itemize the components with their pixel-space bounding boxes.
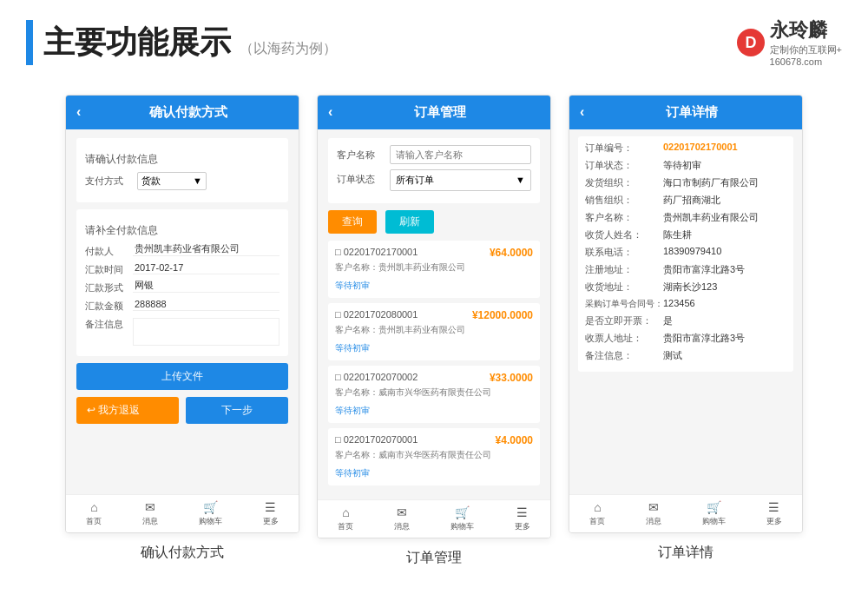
panel-payment: ‹ 确认付款方式 请确认付款信息 支付方式 货款 ▼ [65, 95, 299, 567]
payment-method-row: 支付方式 货款 ▼ [85, 172, 279, 190]
order-link-0[interactable]: 等待初审 [335, 281, 370, 290]
back-arrow-icon-3[interactable]: ‹ [580, 104, 584, 120]
payment-method-select[interactable]: 货款 ▼ [137, 172, 207, 190]
order-price-1: ¥12000.0000 [472, 309, 533, 321]
method-label: 汇款形式 [85, 280, 133, 294]
detail-row-0: 订单编号： 02201702170001 [585, 142, 786, 155]
panel2-header: ‹ 订单管理 [318, 96, 550, 129]
panels-container: ‹ 确认付款方式 请确认付款信息 支付方式 货款 ▼ [26, 95, 842, 567]
cart-icon: 🛒 [203, 500, 218, 514]
order-id-3: □ 02201702070001 [335, 434, 418, 446]
detail-value-11: 贵阳市富淳北路3号 [663, 332, 786, 345]
order-company-3: 客户名称：威南市兴华医药有限责任公司 [335, 449, 533, 461]
nav-home-1[interactable]: ⌂ 首页 [86, 500, 102, 527]
remark-textarea[interactable] [133, 318, 279, 346]
detail-row-6: 联系电话： 18390979410 [585, 246, 786, 259]
panel1-caption: 确认付款方式 [65, 544, 299, 562]
payment-full-card: 请补全付款信息 付款人 汇款时间 汇款形式 [76, 209, 288, 356]
message-icon: ✉ [145, 500, 155, 514]
action-buttons-row: 查询 刷新 [328, 210, 540, 234]
detail-label-3: 销售组织： [585, 194, 663, 207]
nav-cart-2[interactable]: 🛒 购物车 [450, 505, 474, 532]
field1-label: 支付方式 [85, 175, 137, 188]
back-button[interactable]: ↩ 我方退返 [76, 397, 179, 424]
back-arrow-icon[interactable]: ‹ [76, 104, 81, 120]
phone-panel-detail: ‹ 订单详情 订单编号： 02201702170001 订单状态： 等待初审 [569, 95, 803, 533]
nav-cart-1[interactable]: 🛒 购物车 [199, 500, 222, 527]
detail-value-12: 测试 [663, 349, 786, 362]
nav-msg-label: 消息 [142, 516, 158, 527]
nav-msg-label-2: 消息 [394, 521, 410, 532]
detail-label-8: 收货地址： [585, 281, 663, 294]
remark-label: 备注信息 [85, 316, 133, 331]
back-arrow-icon-2[interactable]: ‹ [328, 104, 332, 120]
status-dropdown-icon: ▼ [516, 175, 525, 185]
order-price-2: ¥33.0000 [490, 372, 533, 384]
logo-sub2: 160678.com [770, 56, 842, 68]
phone-panel-orders: ‹ 订单管理 客户名称 订单状态 所有订单 ▼ [317, 95, 551, 538]
next-button[interactable]: 下一步 [186, 397, 288, 424]
order-id-1: □ 02201702080001 [335, 309, 418, 321]
nav-more-label: 更多 [263, 516, 279, 527]
nav-cart-3[interactable]: 🛒 购物车 [702, 500, 726, 527]
home-icon: ⌂ [90, 500, 97, 514]
time-input[interactable] [133, 261, 279, 274]
detail-row-11: 收票人地址： 贵阳市富淳北路3号 [585, 332, 786, 345]
nav-more-3[interactable]: ☰ 更多 [766, 500, 782, 527]
logo-text-group: 永玲麟 定制你的互联网+ 160678.com [770, 17, 842, 69]
detail-value-3: 药厂招商湖北 [663, 194, 786, 207]
message-icon-3: ✉ [648, 500, 659, 514]
order-link-3[interactable]: 等待初审 [335, 468, 370, 478]
panel3-title: 订单详情 [591, 104, 792, 121]
section2-label: 请补全付款信息 [85, 223, 279, 238]
detail-row-3: 销售组织： 药厂招商湖北 [585, 194, 786, 207]
detail-value-0: 02201702170001 [663, 142, 786, 152]
order-link-2[interactable]: 等待初审 [335, 406, 370, 415]
nav-cart-label: 购物车 [199, 516, 222, 527]
phone-panel-payment: ‹ 确认付款方式 请确认付款信息 支付方式 货款 ▼ [65, 95, 299, 533]
order-top-2: □ 02201702070002 ¥33.0000 [335, 372, 533, 384]
detail-label-4: 客户名称： [585, 211, 663, 224]
more-icon: ☰ [265, 500, 276, 514]
nav-more-1[interactable]: ☰ 更多 [263, 500, 279, 527]
order-id-0: □ 02201702170001 [335, 247, 418, 259]
panel1-title: 确认付款方式 [88, 104, 288, 121]
nav-home-3[interactable]: ⌂ 首页 [589, 500, 605, 527]
customer-input[interactable] [390, 145, 531, 164]
method-input[interactable] [133, 280, 279, 293]
detail-value-5: 陈生耕 [663, 228, 786, 241]
order-top-1: □ 02201702080001 ¥12000.0000 [335, 309, 533, 321]
customer-label: 客户名称 [337, 145, 385, 164]
orders-search-card: 客户名称 订单状态 所有订单 ▼ [328, 138, 540, 203]
payer-input[interactable] [133, 243, 279, 256]
detail-value-10: 是 [663, 314, 786, 327]
logo-area: D 永玲麟 定制你的互联网+ 160678.com [735, 17, 842, 69]
order-company-0: 客户名称：贵州凯丰药业有限公司 [335, 261, 533, 274]
detail-label-7: 注册地址： [585, 263, 663, 276]
page-subtitle: （以海药为例） [240, 41, 337, 56]
amount-label: 汇款金额 [85, 298, 133, 313]
status-select[interactable]: 所有订单 ▼ [390, 169, 531, 191]
nav-msg-1[interactable]: ✉ 消息 [142, 500, 158, 527]
refresh-button[interactable]: 刷新 [385, 210, 434, 234]
amount-input[interactable] [133, 298, 279, 311]
upload-button[interactable]: 上传文件 [76, 363, 288, 390]
home-icon-3: ⌂ [594, 500, 601, 514]
nav-msg-3[interactable]: ✉ 消息 [646, 500, 661, 527]
nav-home-label: 首页 [86, 516, 102, 527]
order-link-1[interactable]: 等待初审 [335, 343, 370, 353]
order-price-0: ¥64.0000 [490, 247, 533, 259]
nav-more-2[interactable]: ☰ 更多 [515, 505, 530, 532]
panel1-body: 请确认付款信息 支付方式 货款 ▼ 请补全付款信息 付款人 [66, 129, 299, 494]
status-row: 订单状态 所有订单 ▼ [337, 169, 531, 191]
order-card-2: □ 02201702070002 ¥33.0000 客户名称：威南市兴华医药有限… [328, 366, 540, 423]
detail-label-1: 订单状态： [585, 159, 663, 172]
message-icon-2: ✉ [397, 505, 407, 519]
nav-home-2[interactable]: ⌂ 首页 [338, 505, 353, 532]
panel3-caption: 订单详情 [569, 544, 803, 562]
nav-msg-2[interactable]: ✉ 消息 [394, 505, 410, 532]
query-button[interactable]: 查询 [328, 210, 377, 234]
detail-label-5: 收货人姓名： [585, 228, 663, 241]
detail-row-1: 订单状态： 等待初审 [585, 159, 786, 172]
status-value: 所有订单 [396, 174, 434, 187]
